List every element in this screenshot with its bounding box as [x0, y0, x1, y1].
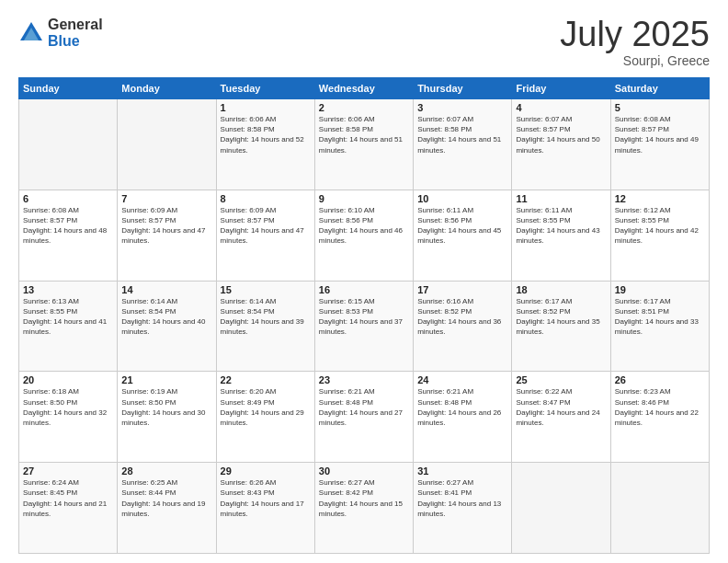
logo: General Blue — [18, 17, 103, 49]
calendar-cell: 5Sunrise: 6:08 AMSunset: 8:57 PMDaylight… — [610, 99, 709, 190]
calendar-cell: 13Sunrise: 6:13 AMSunset: 8:55 PMDayligh… — [19, 281, 118, 372]
logo-blue: Blue — [48, 33, 103, 50]
day-number: 4 — [516, 102, 606, 113]
day-number: 23 — [319, 374, 409, 385]
calendar-cell: 2Sunrise: 6:06 AMSunset: 8:58 PMDaylight… — [314, 99, 413, 190]
day-number: 8 — [221, 193, 311, 204]
calendar-cell — [118, 99, 216, 190]
day-number: 3 — [417, 102, 507, 113]
logo-icon — [18, 20, 44, 46]
calendar-cell: 4Sunrise: 6:07 AMSunset: 8:57 PMDaylight… — [512, 99, 610, 190]
weekday-header: Wednesday — [314, 78, 413, 99]
calendar-cell: 22Sunrise: 6:20 AMSunset: 8:49 PMDayligh… — [216, 372, 314, 463]
calendar-cell: 14Sunrise: 6:14 AMSunset: 8:54 PMDayligh… — [118, 281, 216, 372]
logo-general: General — [48, 17, 103, 33]
day-number: 27 — [23, 465, 113, 477]
day-info: Sunrise: 6:17 AMSunset: 8:52 PMDaylight:… — [516, 296, 606, 338]
day-info: Sunrise: 6:08 AMSunset: 8:57 PMDaylight:… — [615, 114, 705, 155]
day-info: Sunrise: 6:10 AMSunset: 8:56 PMDaylight:… — [319, 205, 409, 247]
day-number: 5 — [615, 102, 705, 113]
calendar-cell — [512, 463, 610, 554]
calendar-cell: 9Sunrise: 6:10 AMSunset: 8:56 PMDaylight… — [314, 190, 413, 281]
day-info: Sunrise: 6:25 AMSunset: 8:44 PMDaylight:… — [121, 477, 211, 519]
day-number: 18 — [516, 284, 606, 295]
weekday-header: Sunday — [19, 78, 118, 99]
day-number: 21 — [121, 374, 211, 385]
day-info: Sunrise: 6:21 AMSunset: 8:48 PMDaylight:… — [319, 386, 409, 428]
day-number: 19 — [615, 284, 705, 295]
day-info: Sunrise: 6:27 AMSunset: 8:41 PMDaylight:… — [417, 477, 507, 519]
logo-text: General Blue — [48, 17, 103, 49]
day-number: 16 — [319, 284, 409, 295]
day-number: 10 — [417, 193, 507, 204]
calendar-cell: 23Sunrise: 6:21 AMSunset: 8:48 PMDayligh… — [314, 372, 413, 463]
day-info: Sunrise: 6:13 AMSunset: 8:55 PMDaylight:… — [23, 296, 113, 338]
day-info: Sunrise: 6:06 AMSunset: 8:58 PMDaylight:… — [221, 114, 311, 155]
day-number: 1 — [221, 102, 311, 113]
calendar-cell: 17Sunrise: 6:16 AMSunset: 8:52 PMDayligh… — [414, 281, 512, 372]
calendar-cell: 16Sunrise: 6:15 AMSunset: 8:53 PMDayligh… — [314, 281, 413, 372]
day-number: 12 — [615, 193, 705, 204]
day-number: 17 — [417, 284, 507, 295]
calendar-cell: 25Sunrise: 6:22 AMSunset: 8:47 PMDayligh… — [512, 372, 610, 463]
day-info: Sunrise: 6:19 AMSunset: 8:50 PMDaylight:… — [121, 386, 211, 428]
month-title: July 2025 — [560, 17, 710, 52]
day-number: 14 — [121, 284, 211, 295]
calendar-week-row: 1Sunrise: 6:06 AMSunset: 8:58 PMDaylight… — [19, 99, 710, 190]
calendar-cell: 28Sunrise: 6:25 AMSunset: 8:44 PMDayligh… — [118, 463, 216, 554]
day-info: Sunrise: 6:12 AMSunset: 8:55 PMDaylight:… — [615, 205, 705, 247]
calendar-cell: 7Sunrise: 6:09 AMSunset: 8:57 PMDaylight… — [118, 190, 216, 281]
calendar-cell — [19, 99, 118, 190]
calendar-week-row: 6Sunrise: 6:08 AMSunset: 8:57 PMDaylight… — [19, 190, 710, 281]
day-number: 2 — [319, 102, 409, 113]
calendar-cell: 12Sunrise: 6:12 AMSunset: 8:55 PMDayligh… — [610, 190, 709, 281]
calendar-cell: 6Sunrise: 6:08 AMSunset: 8:57 PMDaylight… — [19, 190, 118, 281]
title-section: July 2025 Sourpi, Greece — [560, 17, 710, 68]
calendar-cell: 18Sunrise: 6:17 AMSunset: 8:52 PMDayligh… — [512, 281, 610, 372]
calendar-cell: 26Sunrise: 6:23 AMSunset: 8:46 PMDayligh… — [610, 372, 709, 463]
day-info: Sunrise: 6:26 AMSunset: 8:43 PMDaylight:… — [221, 477, 311, 519]
day-info: Sunrise: 6:09 AMSunset: 8:57 PMDaylight:… — [121, 205, 211, 247]
day-info: Sunrise: 6:08 AMSunset: 8:57 PMDaylight:… — [23, 205, 113, 247]
calendar-cell: 24Sunrise: 6:21 AMSunset: 8:48 PMDayligh… — [414, 372, 512, 463]
day-info: Sunrise: 6:06 AMSunset: 8:58 PMDaylight:… — [319, 114, 409, 155]
calendar-week-row: 20Sunrise: 6:18 AMSunset: 8:50 PMDayligh… — [19, 372, 710, 463]
calendar-cell: 31Sunrise: 6:27 AMSunset: 8:41 PMDayligh… — [414, 463, 512, 554]
day-info: Sunrise: 6:18 AMSunset: 8:50 PMDaylight:… — [23, 386, 113, 428]
calendar-table: SundayMondayTuesdayWednesdayThursdayFrid… — [18, 77, 710, 554]
day-number: 20 — [23, 374, 113, 385]
calendar-cell — [610, 463, 709, 554]
day-info: Sunrise: 6:23 AMSunset: 8:46 PMDaylight:… — [615, 386, 705, 428]
day-info: Sunrise: 6:07 AMSunset: 8:58 PMDaylight:… — [417, 114, 507, 155]
page: General Blue July 2025 Sourpi, Greece Su… — [0, 0, 728, 563]
calendar-cell: 3Sunrise: 6:07 AMSunset: 8:58 PMDaylight… — [414, 99, 512, 190]
day-number: 9 — [319, 193, 409, 204]
day-info: Sunrise: 6:14 AMSunset: 8:54 PMDaylight:… — [221, 296, 311, 338]
calendar-cell: 8Sunrise: 6:09 AMSunset: 8:57 PMDaylight… — [216, 190, 314, 281]
day-number: 13 — [23, 284, 113, 295]
day-number: 30 — [319, 465, 409, 477]
day-number: 31 — [417, 465, 507, 477]
weekday-header: Thursday — [414, 78, 512, 99]
day-number: 24 — [417, 374, 507, 385]
day-info: Sunrise: 6:21 AMSunset: 8:48 PMDaylight:… — [417, 386, 507, 428]
calendar-week-row: 13Sunrise: 6:13 AMSunset: 8:55 PMDayligh… — [19, 281, 710, 372]
day-info: Sunrise: 6:15 AMSunset: 8:53 PMDaylight:… — [319, 296, 409, 338]
weekday-header: Tuesday — [216, 78, 314, 99]
weekday-header-row: SundayMondayTuesdayWednesdayThursdayFrid… — [19, 78, 710, 99]
day-number: 29 — [221, 465, 311, 477]
day-info: Sunrise: 6:16 AMSunset: 8:52 PMDaylight:… — [417, 296, 507, 338]
day-info: Sunrise: 6:09 AMSunset: 8:57 PMDaylight:… — [221, 205, 311, 247]
calendar-cell: 27Sunrise: 6:24 AMSunset: 8:45 PMDayligh… — [19, 463, 118, 554]
weekday-header: Saturday — [610, 78, 709, 99]
calendar-cell: 20Sunrise: 6:18 AMSunset: 8:50 PMDayligh… — [19, 372, 118, 463]
weekday-header: Friday — [512, 78, 610, 99]
day-number: 25 — [516, 374, 606, 385]
location: Sourpi, Greece — [560, 53, 710, 68]
day-number: 15 — [221, 284, 311, 295]
day-number: 11 — [516, 193, 606, 204]
day-info: Sunrise: 6:14 AMSunset: 8:54 PMDaylight:… — [121, 296, 211, 338]
calendar-cell: 19Sunrise: 6:17 AMSunset: 8:51 PMDayligh… — [610, 281, 709, 372]
weekday-header: Monday — [118, 78, 216, 99]
day-info: Sunrise: 6:27 AMSunset: 8:42 PMDaylight:… — [319, 477, 409, 519]
